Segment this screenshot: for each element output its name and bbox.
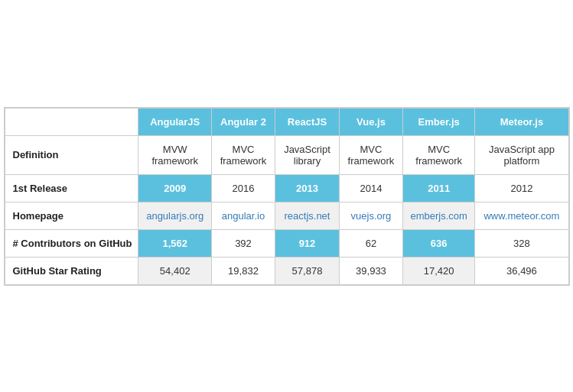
homepage-angular2: angular.io	[212, 202, 275, 229]
contributors-angularjs: 1,562	[138, 229, 212, 257]
stars-emberjs: 17,420	[402, 257, 474, 284]
homepage-angularjs: angularjs.org	[138, 202, 212, 229]
comparison-table: AngularJS Angular 2 ReactJS Vue.js Ember…	[4, 107, 570, 286]
header-vuejs: Vue.js	[339, 108, 402, 135]
stars-angular2: 19,832	[212, 257, 275, 284]
label-release: 1st Release	[5, 174, 138, 202]
header-emberjs: Ember.js	[402, 108, 474, 135]
release-angularjs: 2009	[138, 174, 212, 202]
label-contributors: # Contributors on GitHub	[5, 229, 138, 257]
stars-reactjs: 57,878	[275, 257, 339, 284]
homepage-vuejs: vuejs.org	[339, 202, 402, 229]
definition-emberjs: MVC framework	[402, 135, 474, 174]
contributors-meteorjs: 328	[475, 229, 568, 257]
label-stars: GitHub Star Rating	[5, 257, 138, 284]
stars-meteorjs: 36,496	[475, 257, 568, 284]
header-reactjs: ReactJS	[275, 108, 339, 135]
definition-reactjs: JavaScript library	[275, 135, 339, 174]
contributors-emberjs: 636	[402, 229, 474, 257]
definition-meteorjs: JavaScript app platform	[475, 135, 568, 174]
label-definition: Definition	[5, 135, 138, 174]
release-meteorjs: 2012	[475, 174, 568, 202]
stars-angularjs: 54,402	[138, 257, 212, 284]
homepage-emberjs: emberjs.com	[402, 202, 474, 229]
header-angular2: Angular 2	[212, 108, 275, 135]
header-angularjs: AngularJS	[138, 108, 212, 135]
homepage-reactjs: reactjs.net	[275, 202, 339, 229]
homepage-meteorjs: www.meteor.com	[475, 202, 568, 229]
definition-vuejs: MVC framework	[339, 135, 402, 174]
header-meteorjs: Meteor.js	[475, 108, 568, 135]
label-homepage: Homepage	[5, 202, 138, 229]
release-reactjs: 2013	[275, 174, 339, 202]
release-angular2: 2016	[212, 174, 275, 202]
definition-angular2: MVC framework	[212, 135, 275, 174]
definition-angularjs: MVW framework	[138, 135, 212, 174]
contributors-angular2: 392	[212, 229, 275, 257]
stars-vuejs: 39,933	[339, 257, 402, 284]
release-emberjs: 2011	[402, 174, 474, 202]
release-vuejs: 2014	[339, 174, 402, 202]
contributors-reactjs: 912	[275, 229, 339, 257]
contributors-vuejs: 62	[339, 229, 402, 257]
header-empty	[5, 108, 138, 135]
